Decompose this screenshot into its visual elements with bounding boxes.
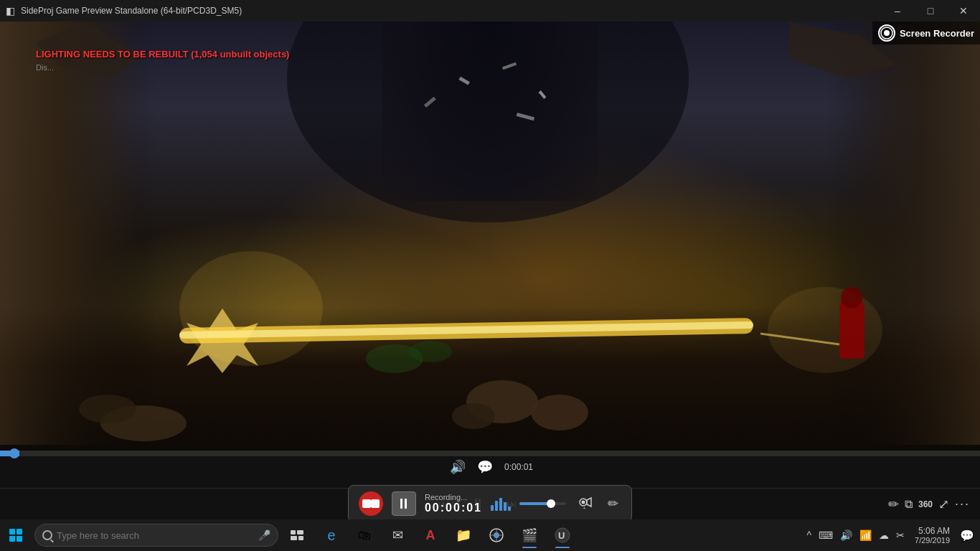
explorer-icon: 📁	[456, 527, 471, 543]
network-icon[interactable]: 📶	[857, 527, 875, 544]
recording-info: Recording... 00:00:01	[425, 493, 482, 514]
svg-text:U: U	[558, 530, 565, 541]
left-controls: 🔊 💬 0:00:01	[447, 456, 533, 478]
taskbar-app-edge[interactable]: e	[316, 519, 347, 551]
lighting-warning: LIGHTING NEEDS TO BE REBUILT (1,054 unbu…	[36, 49, 289, 60]
vol-bar-4	[504, 502, 507, 511]
taskbar-app-unreal[interactable]: U	[547, 519, 578, 551]
windows-logo-icon	[9, 529, 22, 542]
screen-recorder-badge: Screen Recorder	[872, 22, 980, 44]
taskbar-app-media[interactable]: 🎬	[514, 519, 545, 551]
window-controls: – □ ✕	[881, 0, 980, 22]
task-view-button[interactable]	[281, 519, 313, 551]
webcam-icon: +	[578, 496, 593, 509]
controls-bar: 🔊 💬 0:00:01 Recording... 00:00:01	[0, 456, 980, 488]
microphone-icon[interactable]: 🎤	[258, 529, 270, 541]
audio-level-bars	[491, 496, 511, 511]
cave-arch	[382, 22, 598, 201]
center-panel: Recording... 00:00:01	[348, 485, 632, 522]
current-time: 0:00:01	[504, 462, 533, 472]
app-active-indicator	[522, 547, 537, 548]
taskbar-search-placeholder: Type here to search	[57, 530, 139, 541]
keyboard-icon[interactable]: ⌨	[816, 527, 836, 544]
stop-recording-button[interactable]	[359, 491, 383, 516]
game-background: LIGHTING NEEDS TO BE REBUILT (1,054 unbu…	[0, 22, 980, 451]
mic-volume-slider[interactable]	[519, 502, 566, 505]
svg-text:+: +	[583, 505, 586, 509]
title-bar-left: ◧ SideProj Game Preview Standalone (64-b…	[0, 5, 242, 17]
svg-rect-31	[297, 530, 303, 534]
pause-bar-2	[405, 499, 407, 509]
progress-bar[interactable]	[0, 451, 980, 456]
svg-rect-30	[291, 530, 296, 534]
start-button[interactable]	[0, 519, 32, 551]
chrome-icon	[489, 528, 504, 542]
taskbar-right: ^ ⌨ 🔊 📶 ☁ ✂ 5:06 AM 7/29/2019 💬	[804, 526, 980, 545]
volume-button[interactable]: 🔊	[447, 456, 468, 478]
taskbar: Type here to search 🎤 e 🛍 ✉ A 📁	[0, 519, 980, 551]
mic-volume-thumb[interactable]	[547, 499, 555, 508]
more-options-button[interactable]: ···	[955, 496, 970, 512]
progress-thumb[interactable]	[9, 448, 19, 458]
svg-point-28	[582, 501, 585, 504]
pause-bar-1	[400, 499, 402, 509]
unreal-active-indicator	[555, 547, 570, 548]
snip-icon[interactable]: ✂	[893, 527, 908, 544]
pip-button[interactable]: ⧉	[905, 498, 913, 511]
taskbar-app-explorer[interactable]: 📁	[448, 519, 479, 551]
system-clock[interactable]: 5:06 AM 7/29/2019	[909, 526, 956, 545]
svg-point-1	[884, 30, 890, 36]
taskbar-apps: e 🛍 ✉ A 📁 🎬	[316, 519, 578, 551]
svg-rect-32	[291, 536, 297, 540]
svg-rect-33	[298, 536, 303, 540]
unreal-icon: U	[555, 527, 570, 543]
search-handle	[50, 540, 54, 543]
close-button[interactable]: ✕	[947, 0, 980, 22]
stop-icon	[362, 499, 371, 508]
recorder-icon	[878, 24, 895, 42]
pencil-button[interactable]: ✏	[888, 496, 899, 512]
task-view-icon	[291, 530, 303, 540]
media-icon: 🎬	[522, 527, 537, 543]
expand-button[interactable]: ⤢	[938, 496, 949, 512]
vol-bar-5	[508, 507, 511, 511]
taskbar-app-chrome[interactable]	[481, 519, 512, 551]
annotate-button[interactable]: ✏	[605, 493, 621, 514]
window-title: SideProj Game Preview Standalone (64-bit…	[21, 6, 242, 16]
recording-timer: 00:00:01	[425, 501, 482, 514]
app-icon: ◧	[6, 5, 15, 17]
recording-status: Recording...	[425, 493, 467, 501]
store-icon: 🛍	[358, 528, 371, 543]
pause-recording-button[interactable]	[392, 491, 416, 516]
mail-icon: ✉	[392, 527, 403, 543]
minimize-button[interactable]: –	[881, 0, 914, 22]
search-icon	[42, 530, 52, 540]
secondary-right-controls: ✏ ⧉ 360 ⤢ ···	[888, 496, 970, 512]
game-viewport: LIGHTING NEEDS TO BE REBUILT (1,054 unbu…	[0, 22, 980, 451]
taskbar-app-store[interactable]: 🛍	[349, 519, 380, 551]
360-button[interactable]: 360	[918, 499, 933, 509]
vol-bar-1	[491, 505, 494, 511]
taskbar-search[interactable]: Type here to search 🎤	[34, 524, 278, 547]
chevron-up-icon[interactable]: ^	[804, 527, 814, 544]
taskbar-app-acrobat[interactable]: A	[415, 519, 446, 551]
edge-icon: e	[327, 527, 335, 544]
add-webcam-button[interactable]: +	[575, 493, 596, 514]
subtitle-button[interactable]: 💬	[474, 456, 496, 478]
vol-bar-3	[499, 498, 502, 511]
notification-icon[interactable]: 💬	[957, 526, 977, 545]
clock-time: 5:06 AM	[918, 526, 950, 536]
screen-recorder-label: Screen Recorder	[900, 28, 974, 39]
acrobat-icon: A	[426, 528, 435, 543]
maximize-button[interactable]: □	[914, 0, 947, 22]
clock-date: 7/29/2019	[915, 536, 950, 545]
onedrive-icon[interactable]: ☁	[876, 527, 892, 544]
disconnect-label: Dis...	[36, 63, 54, 72]
cave-ground	[0, 307, 980, 451]
recording-widget: Recording... 00:00:01	[348, 485, 632, 522]
vol-bar-2	[495, 501, 498, 511]
title-bar: ◧ SideProj Game Preview Standalone (64-b…	[0, 0, 980, 22]
speaker-icon[interactable]: 🔊	[837, 527, 855, 544]
taskbar-app-mail[interactable]: ✉	[382, 519, 413, 551]
